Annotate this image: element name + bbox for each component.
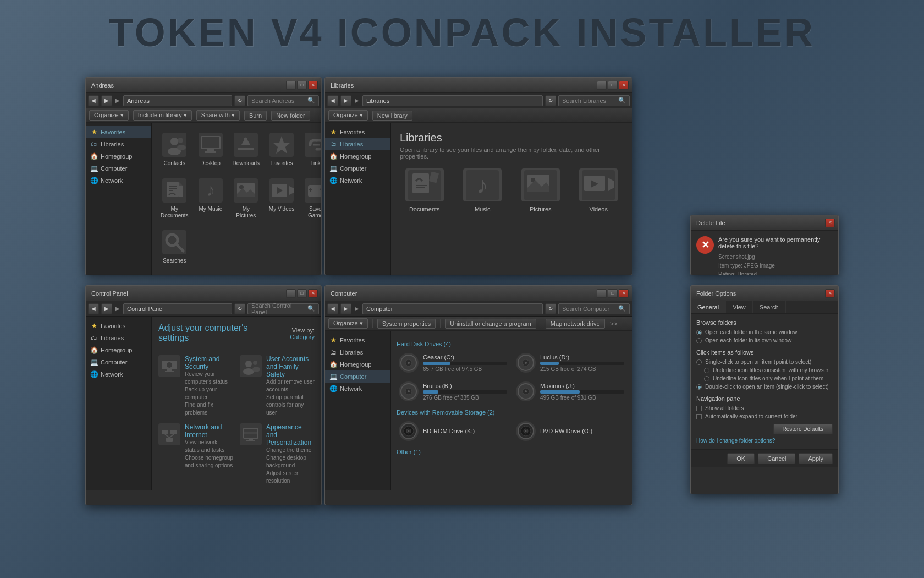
sidebar-homegroup-lib[interactable]: 🏠 Homegroup	[325, 150, 391, 162]
sidebar-homegroup-andreas[interactable]: 🏠 Homegroup	[86, 150, 151, 162]
file-music[interactable]: ♪ My Music	[195, 175, 226, 223]
drive-bdrom[interactable]: BD-ROM Drive (K:)	[397, 419, 509, 443]
forward-btn-control[interactable]: ▶	[101, 303, 112, 314]
new-folder-btn-andreas[interactable]: New folder	[271, 111, 310, 121]
apply-btn-folder-opts[interactable]: Apply	[799, 453, 833, 464]
cp-users-title[interactable]: User Accounts and Family Safety	[266, 355, 315, 378]
address-field-control[interactable]: Control Panel	[123, 303, 232, 314]
search-field-libraries[interactable]: Search Libraries 🔍	[558, 95, 630, 106]
sidebar-computer-comp[interactable]: 💻 Computer	[325, 370, 391, 383]
cp-network-title[interactable]: Network and Internet	[185, 423, 233, 439]
forward-btn-libraries[interactable]: ▶	[340, 95, 351, 106]
lib-item-music[interactable]: ♪ Music	[458, 168, 508, 212]
back-btn-computer[interactable]: ◀	[327, 303, 338, 314]
minimize-btn-computer[interactable]: ─	[597, 289, 607, 298]
close-btn-folder-opts[interactable]: ✕	[825, 289, 835, 298]
sidebar-libraries-control[interactable]: 🗂 Libraries	[86, 332, 151, 344]
sidebar-libraries-lib[interactable]: 🗂 Libraries	[325, 138, 391, 150]
sidebar-network-computer[interactable]: 🌐 Network	[325, 383, 391, 395]
nav-check-show-all[interactable]	[696, 406, 702, 411]
forward-btn-andreas[interactable]: ▶	[101, 95, 112, 106]
lib-item-pictures[interactable]: Pictures	[516, 168, 565, 212]
refresh-btn-andreas[interactable]: ↻	[234, 95, 245, 106]
close-btn-computer[interactable]: ✕	[619, 289, 629, 298]
system-props-btn[interactable]: System properties	[377, 319, 436, 329]
organize-btn-computer[interactable]: Organize ▾	[328, 318, 368, 329]
search-field-computer[interactable]: Search Computer 🔍	[558, 303, 630, 314]
close-btn-libraries[interactable]: ✕	[619, 81, 629, 90]
sidebar-favorites-control[interactable]: ★ Favorites	[86, 320, 151, 332]
file-downloads[interactable]: Downloads	[230, 129, 262, 171]
sidebar-libraries-computer[interactable]: 🗂 Libraries	[325, 346, 391, 358]
share-with-btn[interactable]: Share with ▾	[196, 110, 240, 121]
nav-check-auto-expand[interactable]	[696, 414, 702, 419]
sidebar-favorites-libraries[interactable]: ★ Favorites	[325, 126, 391, 138]
drive-ceasar[interactable]: Ceasar (C:) 65,7 GB free of 97,5 GB	[397, 351, 509, 375]
refresh-btn-control[interactable]: ↻	[234, 303, 245, 314]
include-library-btn[interactable]: Include in library ▾	[133, 110, 192, 121]
ok-btn-folder-opts[interactable]: OK	[727, 453, 755, 464]
browse-radio-own[interactable]	[696, 338, 702, 343]
new-library-btn[interactable]: New library	[372, 111, 413, 121]
refresh-btn-computer[interactable]: ↻	[545, 303, 556, 314]
file-pictures[interactable]: My Pictures	[230, 175, 262, 223]
tab-view[interactable]: View	[726, 301, 753, 313]
file-links[interactable]: Links	[301, 129, 321, 171]
minimize-btn-libraries[interactable]: ─	[597, 81, 607, 90]
close-btn-andreas[interactable]: ✕	[308, 81, 318, 90]
sidebar-network-andreas[interactable]: 🌐 Network	[86, 175, 151, 187]
file-searches[interactable]: Searches	[158, 227, 191, 268]
back-btn-libraries[interactable]: ◀	[327, 95, 338, 106]
drive-lucius[interactable]: Lucius (D:) 215 GB free of 274 GB	[514, 351, 626, 375]
click-radio-single[interactable]	[696, 359, 702, 365]
minimize-btn-control[interactable]: ─	[286, 289, 296, 298]
click-radio-underline-point[interactable]	[704, 376, 710, 381]
maximize-btn-control[interactable]: □	[297, 289, 307, 298]
cp-appearance-title[interactable]: Appearance and Personalization	[266, 423, 315, 446]
click-radio-underline-browser[interactable]	[704, 368, 710, 373]
sidebar-network-lib[interactable]: 🌐 Network	[325, 175, 391, 187]
folder-opts-link[interactable]: How do I change folder options?	[696, 438, 833, 444]
file-videos[interactable]: My Videos	[266, 175, 297, 223]
browse-radio-same[interactable]	[696, 330, 702, 335]
uninstall-btn[interactable]: Uninstall or change a program	[445, 319, 536, 329]
sidebar-computer-control[interactable]: 💻 Computer	[86, 356, 151, 368]
sidebar-homegroup-control[interactable]: 🏠 Homegroup	[86, 344, 151, 356]
view-mode-btn[interactable]: Category	[290, 334, 315, 340]
address-field-computer[interactable]: Computer	[362, 303, 543, 314]
file-contacts[interactable]: Contacts	[158, 129, 191, 171]
maximize-btn-libraries[interactable]: □	[608, 81, 618, 90]
restore-defaults-btn[interactable]: Restore Defaults	[773, 424, 833, 434]
organize-btn-libraries[interactable]: Organize ▾	[328, 110, 368, 121]
sidebar-favorites-andreas[interactable]: ★ Favorites	[86, 126, 151, 138]
tab-search[interactable]: Search	[753, 301, 786, 313]
cancel-btn-folder-opts[interactable]: Cancel	[758, 453, 795, 464]
forward-btn-computer[interactable]: ▶	[340, 303, 351, 314]
address-field-andreas[interactable]: Andreas	[123, 95, 232, 106]
drive-maximus[interactable]: Maximus (J:) 495 GB free of 931 GB	[514, 379, 626, 403]
refresh-btn-libraries[interactable]: ↻	[545, 95, 556, 106]
cp-system-title[interactable]: System and Security	[185, 355, 233, 370]
back-btn-andreas[interactable]: ◀	[88, 95, 99, 106]
drive-brutus[interactable]: Brutus (B:) 276 GB free of 335 GB	[397, 379, 509, 403]
tab-general[interactable]: General	[691, 301, 726, 313]
sidebar-libraries-andreas[interactable]: 🗂 Libraries	[86, 138, 151, 150]
sidebar-homegroup-computer[interactable]: 🏠 Homegroup	[325, 358, 391, 370]
back-btn-control[interactable]: ◀	[88, 303, 99, 314]
sidebar-favorites-computer[interactable]: ★ Favorites	[325, 334, 391, 346]
file-mydocs[interactable]: My Documents	[158, 175, 191, 223]
file-desktop[interactable]: Desktop	[195, 129, 226, 171]
address-field-libraries[interactable]: Libraries	[362, 95, 543, 106]
sidebar-computer-lib[interactable]: 💻 Computer	[325, 162, 391, 175]
close-btn-delete[interactable]: ✕	[825, 219, 835, 227]
maximize-btn-computer[interactable]: □	[608, 289, 618, 298]
sidebar-computer-andreas[interactable]: 💻 Computer	[86, 162, 151, 175]
lib-item-videos[interactable]: Videos	[574, 168, 624, 212]
click-radio-double[interactable]	[696, 384, 702, 390]
lib-item-documents[interactable]: Documents	[400, 168, 449, 212]
file-savedgames[interactable]: Saved Games	[301, 175, 321, 223]
minimize-btn-andreas[interactable]: ─	[286, 81, 296, 90]
sidebar-network-control[interactable]: 🌐 Network	[86, 368, 151, 380]
drive-dvd[interactable]: DVD RW Drive (O:)	[514, 419, 626, 443]
file-favorites[interactable]: Favorites	[266, 129, 297, 171]
